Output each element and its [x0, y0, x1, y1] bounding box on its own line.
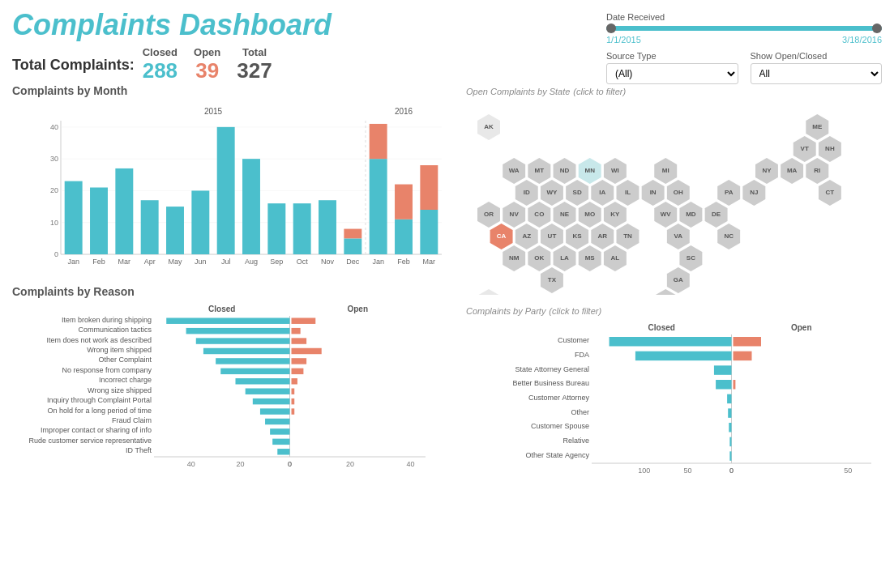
party-chart-section: Complaints by Party (click to filter) — [466, 304, 882, 480]
show-select[interactable]: All Open Closed — [751, 63, 883, 84]
left-charts: Complaints by Month Complaints by Reason — [12, 84, 466, 580]
source-type-label: Source Type — [606, 51, 738, 61]
state-map-section: Open Complaints by State (click to filte… — [466, 84, 882, 297]
totals-label: Total Complaints: — [12, 57, 135, 74]
state-map-canvas[interactable] — [466, 100, 871, 295]
date-slider[interactable] — [606, 26, 882, 31]
open-total: Open 39 — [194, 46, 220, 83]
date-start: 1/1/2015 — [606, 35, 641, 45]
totals-numbers: Closed 288 Open 39 Total 327 — [143, 46, 272, 83]
header-left: Complaints Dashboard Total Complaints: C… — [12, 8, 466, 84]
right-charts: Open Complaints by State (click to filte… — [466, 84, 882, 580]
reason-chart — [12, 301, 466, 474]
date-label: Date Received — [606, 12, 882, 22]
total-total: Total 327 — [237, 46, 272, 83]
date-labels: 1/1/2015 3/18/2016 — [606, 35, 882, 45]
date-end: 3/18/2016 — [842, 35, 882, 45]
slider-thumb-left[interactable] — [606, 23, 616, 33]
show-open-closed-group: Show Open/Closed All Open Closed — [751, 51, 883, 84]
party-chart-canvas[interactable] — [466, 320, 871, 478]
totals-row: Total Complaints: Closed 288 Open 39 Tot… — [12, 46, 466, 83]
slider-fill — [606, 26, 882, 31]
monthly-chart — [12, 100, 466, 279]
closed-total: Closed 288 — [143, 46, 178, 83]
party-title: Complaints by Party (click to filter) — [466, 304, 882, 317]
source-type-group: Source Type (All) — [606, 51, 738, 84]
source-type-select[interactable]: (All) — [606, 63, 738, 84]
monthly-title: Complaints by Month — [12, 84, 466, 97]
date-range-section: Date Received 1/1/2015 3/18/2016 Source … — [606, 12, 882, 84]
dashboard-title: Complaints Dashboard — [12, 8, 466, 42]
controls-panel: Date Received 1/1/2015 3/18/2016 Source … — [466, 8, 882, 84]
reason-title: Complaints by Reason — [12, 285, 466, 298]
slider-thumb-right[interactable] — [872, 23, 882, 33]
show-label: Show Open/Closed — [751, 51, 883, 61]
monthly-chart-section: Complaints by Month — [12, 84, 466, 279]
dropdowns-row: Source Type (All) Show Open/Closed All O… — [606, 51, 882, 84]
reason-chart-section: Complaints by Reason — [12, 285, 466, 474]
state-map-title: Open Complaints by State (click to filte… — [466, 84, 882, 97]
